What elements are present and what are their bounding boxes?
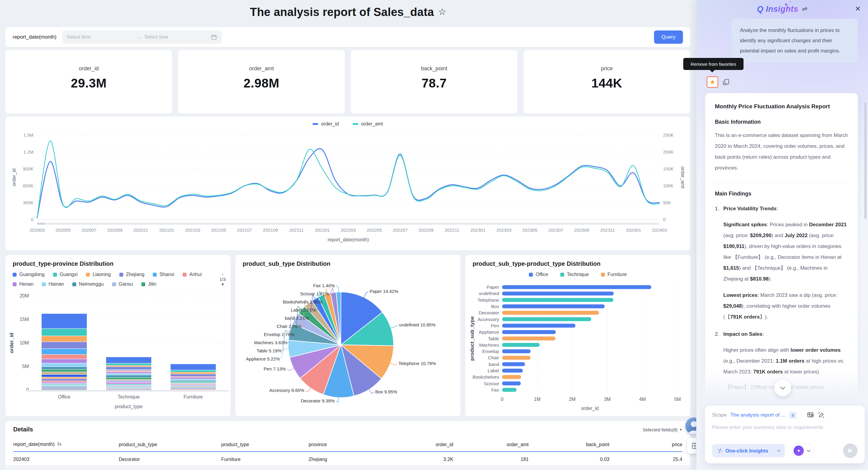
bar-segment[interactable] [170, 384, 216, 385]
bar-segment[interactable] [170, 386, 216, 386]
bar-segment[interactable] [41, 387, 87, 388]
bar-segment[interactable] [170, 372, 216, 374]
column-header-back_point[interactable]: back_point [529, 442, 610, 447]
legend-page-up-icon[interactable]: ▲ [221, 272, 224, 276]
kpi-card-price[interactable]: price 144K [524, 50, 690, 114]
bar-segment[interactable] [170, 385, 216, 385]
bar-segment[interactable] [41, 370, 87, 372]
bar-segment[interactable] [106, 371, 151, 371]
close-panel-icon[interactable]: ✕ [855, 5, 861, 12]
kpi-card-back-point[interactable]: back_point 78.7 [351, 50, 518, 114]
column-header-order_amt[interactable]: order_amt [453, 442, 529, 447]
bar-segment[interactable] [106, 374, 151, 375]
bar-segment[interactable] [41, 385, 87, 385]
bar-segment[interactable] [170, 388, 216, 388]
bar-segment[interactable] [41, 383, 87, 383]
model-selector[interactable]: ✦ [792, 444, 814, 458]
legend-page-down-icon[interactable]: ▼ [221, 282, 224, 287]
bar-segment[interactable] [106, 386, 151, 386]
bar-segment[interactable] [170, 387, 216, 387]
bar-segment[interactable] [106, 372, 151, 372]
scope-value-link[interactable]: The analysis report of ... [730, 412, 785, 418]
bar-segment[interactable] [170, 364, 216, 370]
bar-segment[interactable] [106, 385, 151, 385]
legend-item-Hainan[interactable]: Hainan [42, 282, 64, 287]
legend-item-Zhejiang[interactable]: Zhejiang [119, 272, 144, 277]
bar-segment[interactable] [41, 389, 87, 389]
selected-fields-dropdown[interactable]: Selected fields(8)▼ [643, 427, 682, 432]
bar-segment[interactable] [106, 389, 151, 389]
hbar-Appliance[interactable] [502, 330, 556, 334]
bar-segment[interactable] [170, 389, 216, 389]
bar-segment[interactable] [41, 390, 87, 390]
legend-item-Shanxi[interactable]: Shanxi [153, 272, 174, 277]
bar-segment[interactable] [106, 365, 151, 366]
hbar-Label[interactable] [502, 369, 523, 373]
bar-segment[interactable] [106, 387, 151, 387]
favorite-toggle-button[interactable]: ★ [707, 76, 718, 88]
bar-segment[interactable] [170, 377, 216, 377]
legend-item-order_amt[interactable]: order_amt [352, 121, 383, 127]
copy-icon[interactable] [722, 79, 730, 86]
legend-item-Jilin[interactable]: Jilin [141, 282, 156, 287]
hbar-Scissor[interactable] [502, 382, 521, 385]
composer-input[interactable]: Please enter your summary idea or requir… [712, 423, 824, 432]
bar-segment[interactable] [170, 382, 216, 382]
bar-segment[interactable] [170, 383, 216, 384]
date-range-picker[interactable]: Select time → Select time [62, 30, 222, 44]
bar-segment[interactable] [106, 372, 151, 373]
legend-item-Gansu[interactable]: Gansu [112, 282, 133, 287]
bar-segment[interactable] [106, 389, 151, 390]
bar-segment[interactable] [106, 363, 151, 365]
bar-segment[interactable] [41, 363, 87, 367]
column-header-price[interactable]: price [610, 442, 682, 447]
chevron-down-icon[interactable] [773, 448, 785, 453]
hbar-Accessory[interactable] [502, 317, 591, 321]
bar-segment[interactable] [170, 388, 216, 389]
panel-scrollbar[interactable] [864, 102, 867, 219]
end-time-input[interactable]: Select time [144, 34, 211, 40]
bar-segment[interactable] [41, 384, 87, 384]
sort-icon[interactable] [57, 442, 62, 448]
bar-segment[interactable] [41, 381, 87, 382]
bar-segment[interactable] [41, 387, 87, 387]
bar-segment[interactable] [41, 342, 87, 348]
bar-segment[interactable] [106, 357, 151, 363]
field-table-icon[interactable] [807, 411, 814, 419]
bar-segment[interactable] [41, 379, 87, 381]
bar-segment[interactable] [106, 384, 151, 385]
bar-segment[interactable] [41, 336, 87, 342]
line-series-order_amt[interactable] [37, 141, 659, 218]
table-row[interactable]: 202403DecoratorFurnitureZhejiang3.2K1810… [13, 452, 682, 467]
bar-segment[interactable] [170, 379, 216, 380]
hbar-Bookshelves[interactable] [502, 375, 521, 379]
bar-segment[interactable] [170, 377, 216, 379]
bar-segment[interactable] [106, 378, 151, 380]
column-header-product_type[interactable]: product_type [221, 442, 309, 447]
bar-segment[interactable] [170, 389, 216, 390]
legend-item-Office[interactable]: Office [529, 272, 548, 277]
kpi-card-order-amt[interactable]: order_amt 2.98M [178, 50, 345, 114]
query-button[interactable]: Query [654, 30, 683, 44]
hbar-Pen[interactable] [502, 324, 575, 328]
hbar-Fax[interactable] [502, 388, 517, 392]
one-click-insights-button[interactable]: One-click Insights [712, 444, 785, 457]
bar-segment[interactable] [106, 383, 151, 384]
legend-item-Technique[interactable]: Technique [560, 272, 589, 277]
bar-segment[interactable] [106, 381, 151, 381]
edit-icon[interactable] [818, 411, 825, 419]
column-header-order_id[interactable]: order_id [408, 442, 453, 447]
hbar-Decorator[interactable] [502, 311, 599, 315]
bar-segment[interactable] [170, 385, 216, 386]
bar-segment[interactable] [41, 355, 87, 359]
bar-segment[interactable] [106, 382, 151, 382]
bar-segment[interactable] [106, 380, 151, 381]
column-header-product_sub_type[interactable]: product_sub_type [119, 442, 221, 447]
hbar-Box[interactable] [502, 304, 604, 308]
bar-segment[interactable] [106, 388, 151, 388]
stacked-bar-chart[interactable]: 05M10M15M20Morder_idOfficeTechniqueFurni… [5, 291, 230, 416]
hbar-Machines[interactable] [502, 343, 540, 347]
pie-chart[interactable]: Paper 14.42%undefined 10.85%Telephone 10… [236, 269, 461, 416]
hbar-Envelop[interactable] [502, 349, 530, 353]
legend-item-Neimenggu[interactable]: Neimenggu [72, 282, 104, 287]
